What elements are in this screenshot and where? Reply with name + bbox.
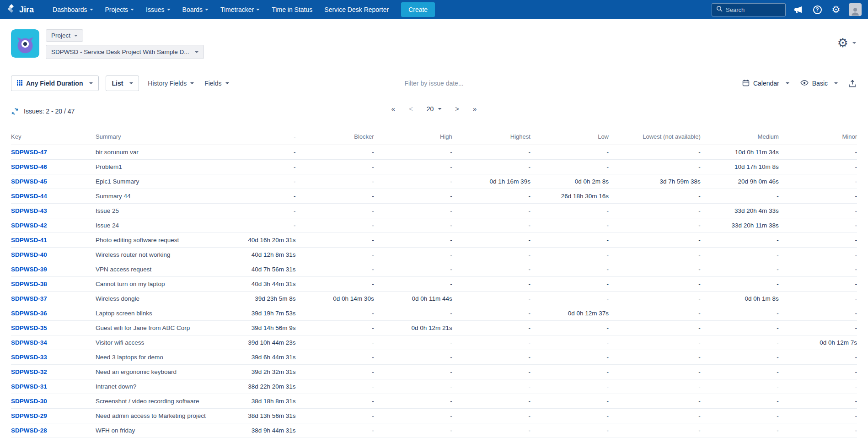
gear-icon[interactable]: ⚙ bbox=[830, 4, 842, 16]
issue-key-link[interactable]: SDPWSD-36 bbox=[11, 310, 47, 317]
issue-key-link[interactable]: SDPWSD-47 bbox=[11, 149, 47, 156]
chevron-down-icon bbox=[167, 9, 171, 11]
issue-key-link[interactable]: SDPWSD-33 bbox=[11, 354, 47, 361]
duration-cell: - bbox=[609, 233, 701, 248]
issue-key-link[interactable]: SDPWSD-46 bbox=[11, 163, 47, 170]
create-button[interactable]: Create bbox=[401, 2, 435, 17]
duration-cell: - bbox=[374, 350, 452, 365]
issue-key-link[interactable]: SDPWSD-29 bbox=[11, 412, 47, 419]
previous-page-button[interactable]: < bbox=[409, 105, 413, 113]
table-row: SDPWSD-43Issue 25------33d 20h 4m 33s- bbox=[11, 204, 857, 218]
last-page-button[interactable]: » bbox=[473, 105, 477, 113]
announcement-icon[interactable] bbox=[793, 4, 804, 16]
view-type-dropdown[interactable]: List bbox=[106, 76, 139, 91]
project-avatar[interactable] bbox=[11, 29, 39, 58]
duration-cell: 39d 2h 32m 31s bbox=[217, 365, 295, 379]
duration-cell: 39d 19h 7m 53s bbox=[217, 306, 295, 321]
issue-key-link[interactable]: SDPWSD-37 bbox=[11, 295, 47, 302]
fields-dropdown[interactable]: Fields bbox=[203, 77, 230, 90]
jira-logo[interactable]: Jira bbox=[6, 4, 34, 16]
summary-cell: Problem1 bbox=[96, 160, 217, 174]
first-page-button[interactable]: « bbox=[391, 105, 395, 113]
issue-key-link[interactable]: SDPWSD-34 bbox=[11, 339, 47, 346]
nav-item-issues[interactable]: Issues bbox=[140, 0, 176, 19]
summary-cell: WFH on friday bbox=[96, 423, 217, 438]
table-row: SDPWSD-44Summary 44----26d 18h 30m 16s--… bbox=[11, 189, 857, 204]
nav-item-label: Service Desk Reporter bbox=[324, 6, 389, 13]
project-select[interactable]: SDPWSD - Service Desk Project With Sampl… bbox=[46, 45, 204, 59]
duration-cell: - bbox=[296, 379, 374, 394]
nav-item-boards[interactable]: Boards bbox=[177, 0, 214, 19]
chevron-down-icon bbox=[195, 51, 198, 53]
nav-item-projects[interactable]: Projects bbox=[99, 0, 140, 19]
table-row: SDPWSD-37Wireless dongle39d 23h 5m 8s0d … bbox=[11, 292, 857, 306]
view-mode-dropdown[interactable]: Basic bbox=[800, 80, 838, 87]
nav-item-dashboards[interactable]: Dashboards bbox=[47, 0, 99, 19]
issue-key-link[interactable]: SDPWSD-31 bbox=[11, 383, 47, 390]
nav-item-service-desk-reporter[interactable]: Service Desk Reporter bbox=[318, 0, 395, 19]
nav-search[interactable] bbox=[712, 3, 786, 16]
issue-key-link[interactable]: SDPWSD-41 bbox=[11, 237, 47, 243]
calendar-dropdown[interactable]: Calendar bbox=[742, 79, 789, 88]
table-row: SDPWSD-46Problem1------10d 17h 10m 8s- bbox=[11, 160, 857, 174]
duration-cell: 10d 0h 11m 34s bbox=[701, 145, 779, 160]
issue-key-link[interactable]: SDPWSD-40 bbox=[11, 251, 47, 258]
issue-key-link[interactable]: SDPWSD-32 bbox=[11, 368, 47, 375]
issue-key-link[interactable]: SDPWSD-44 bbox=[11, 193, 47, 200]
issue-key-link[interactable]: SDPWSD-38 bbox=[11, 281, 47, 287]
duration-cell: 40d 7h 56m 31s bbox=[217, 262, 295, 277]
project-settings-button[interactable]: ⚙ bbox=[837, 37, 856, 49]
duration-cell: - bbox=[296, 160, 374, 174]
issue-key-link[interactable]: SDPWSD-45 bbox=[11, 178, 47, 185]
issue-key-link[interactable]: SDPWSD-28 bbox=[11, 427, 47, 434]
jira-mark-icon bbox=[6, 4, 16, 16]
summary-cell: Photo editing software request bbox=[96, 233, 217, 248]
duration-cell: - bbox=[296, 409, 374, 423]
issue-key-link[interactable]: SDPWSD-42 bbox=[11, 222, 47, 229]
issue-key-link[interactable]: SDPWSD-43 bbox=[11, 207, 47, 214]
duration-cell: - bbox=[530, 204, 609, 218]
duration-cell: - bbox=[296, 233, 374, 248]
duration-cell: - bbox=[374, 394, 452, 409]
duration-cell: - bbox=[609, 248, 701, 262]
duration-cell: 40d 12h 8m 31s bbox=[217, 248, 295, 262]
table-row: SDPWSD-34Visitor wifi access39d 10h 44m … bbox=[11, 335, 857, 350]
duration-cell: 3d 7h 59m 38s bbox=[609, 174, 701, 189]
next-page-button[interactable]: > bbox=[455, 105, 459, 113]
search-input[interactable] bbox=[726, 6, 781, 13]
issue-key-link[interactable]: SDPWSD-39 bbox=[11, 266, 47, 273]
duration-cell: - bbox=[609, 204, 701, 218]
help-icon[interactable]: ? bbox=[811, 4, 823, 16]
duration-cell: - bbox=[452, 409, 530, 423]
key-cell: SDPWSD-46 bbox=[11, 160, 96, 174]
nav-item-timetracker[interactable]: Timetracker bbox=[214, 0, 266, 19]
duration-cell: - bbox=[217, 204, 295, 218]
duration-cell: - bbox=[701, 394, 779, 409]
duration-cell: - bbox=[779, 189, 857, 204]
issue-key-link[interactable]: SDPWSD-30 bbox=[11, 398, 47, 405]
calendar-icon bbox=[742, 79, 750, 88]
chevron-down-icon bbox=[89, 82, 93, 84]
duration-cell: 0d 1h 16m 39s bbox=[452, 174, 530, 189]
history-fields-dropdown[interactable]: History Fields bbox=[146, 77, 196, 90]
project-type-dropdown[interactable]: Project bbox=[46, 29, 83, 42]
issue-date-filter[interactable]: Filter by issue date... bbox=[400, 77, 468, 90]
nav-item-time-in-status[interactable]: Time in Status bbox=[266, 0, 318, 19]
duration-cell: - bbox=[701, 262, 779, 277]
duration-cell: - bbox=[779, 292, 857, 306]
duration-cell: - bbox=[609, 189, 701, 204]
issues-bar: Issues: 2 - 20 / 47 « < 20 > » bbox=[0, 91, 868, 117]
duration-cell: - bbox=[374, 277, 452, 292]
duration-cell: - bbox=[374, 335, 452, 350]
duration-cell: - bbox=[609, 306, 701, 321]
page-size-dropdown[interactable]: 20 bbox=[427, 105, 442, 113]
user-avatar[interactable] bbox=[849, 3, 862, 16]
duration-cell: - bbox=[779, 306, 857, 321]
export-icon[interactable] bbox=[849, 80, 856, 87]
field-duration-dropdown[interactable]: Any Field Duration bbox=[11, 76, 99, 91]
table-row: SDPWSD-47bir sorunum var------10d 0h 11m… bbox=[11, 145, 857, 160]
refresh-icon[interactable] bbox=[11, 108, 19, 115]
duration-cell: - bbox=[452, 204, 530, 218]
issue-key-link[interactable]: SDPWSD-35 bbox=[11, 324, 47, 331]
nav-item-label: Projects bbox=[105, 6, 129, 13]
